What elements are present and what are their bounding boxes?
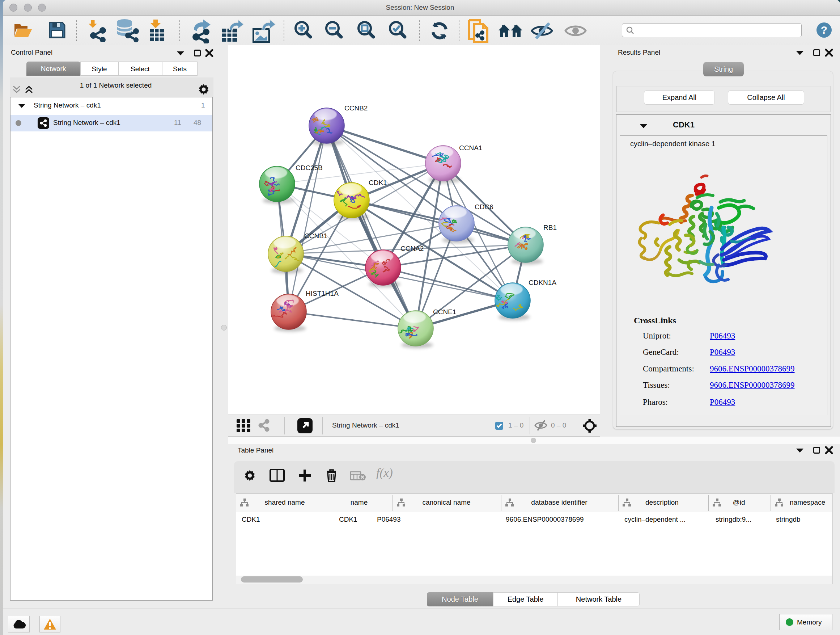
svg-text:CCNB1: CCNB1 xyxy=(304,232,327,240)
svg-text:RB1: RB1 xyxy=(543,224,557,231)
svg-text:CDKN1A: CDKN1A xyxy=(529,279,556,287)
svg-text:CCNA2: CCNA2 xyxy=(401,245,424,252)
svg-text:CCNB2: CCNB2 xyxy=(344,104,368,112)
svg-text:?: ? xyxy=(821,24,827,36)
svg-text:CCNE1: CCNE1 xyxy=(433,308,456,316)
svg-text:HIST1H1A: HIST1H1A xyxy=(306,290,339,297)
svg-text:CDC25B: CDC25B xyxy=(295,164,323,172)
svg-text:CDC6: CDC6 xyxy=(475,203,493,211)
svg-text:CDK1: CDK1 xyxy=(369,179,387,187)
svg-text:CCNA1: CCNA1 xyxy=(459,144,482,152)
